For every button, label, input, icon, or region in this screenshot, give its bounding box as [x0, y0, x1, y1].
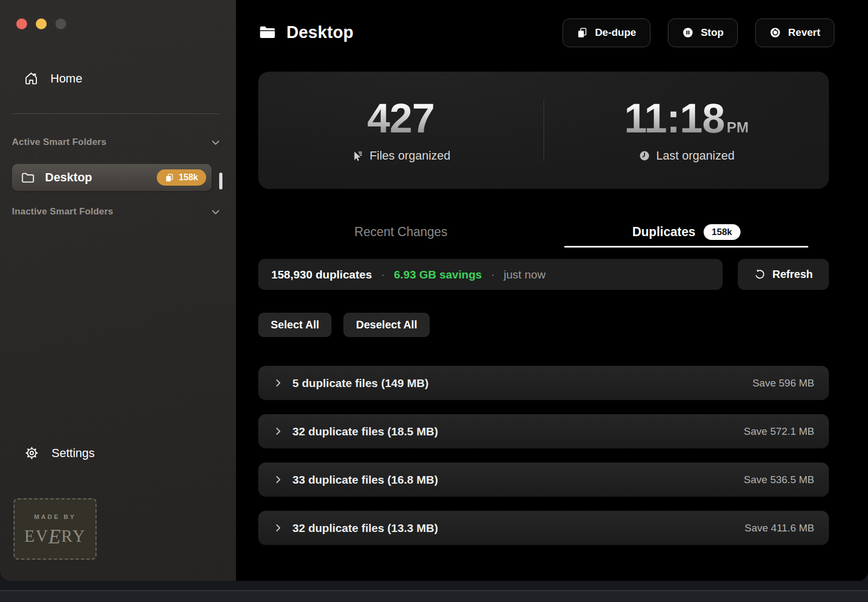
sidebar-item-settings[interactable]: Settings — [24, 445, 95, 461]
gear-icon — [24, 445, 40, 461]
stamp-brand-text: EVERY — [24, 525, 86, 545]
duplicates-count: 158,930 duplicates — [271, 268, 372, 281]
duplicate-group-row[interactable]: 32 duplicate files (13.3 MB) Save 411.6 … — [258, 511, 829, 545]
dedupe-button[interactable]: De-dupe — [563, 18, 650, 47]
summary-row: 158,930 duplicates · 6.93 GB savings · j… — [258, 259, 829, 290]
stop-button[interactable]: Stop — [668, 18, 738, 47]
page-title-group: Desktop — [258, 23, 354, 42]
refresh-button-label: Refresh — [773, 268, 813, 281]
zoom-window-button[interactable] — [55, 18, 66, 29]
last-organized-meridiem: PM — [727, 121, 749, 135]
sidebar: Home Active Smart Folders Desktop — [0, 0, 236, 581]
dot-separator: · — [491, 269, 494, 281]
cursor-icon — [351, 150, 363, 162]
duplicates-tab-badge: 158k — [704, 224, 741, 240]
minimize-window-button[interactable] — [36, 18, 47, 29]
duplicate-count-badge: 158k — [157, 169, 206, 186]
stats-card: 427 Files organized 11:18PM — [258, 72, 829, 189]
chevron-right-icon — [273, 378, 283, 388]
settings-label: Settings — [52, 446, 95, 460]
refresh-icon — [754, 269, 765, 280]
home-icon — [24, 71, 39, 86]
tab-bar: Recent Changes Duplicates 158k — [258, 216, 829, 248]
made-by-every-stamp: MADE BY EVERY — [14, 498, 97, 560]
close-window-button[interactable] — [16, 18, 27, 29]
tab-label: Recent Changes — [354, 225, 447, 239]
chevron-right-icon — [273, 426, 283, 436]
folder-icon — [258, 24, 277, 41]
revert-circle-icon — [769, 27, 781, 39]
files-organized-stat: 427 Files organized — [258, 72, 544, 189]
app-window: Home Active Smart Folders Desktop — [0, 0, 868, 581]
folder-label: Desktop — [45, 170, 92, 185]
duplicate-groups-list: 5 duplicate files (149 MB) Save 596 MB 3… — [258, 366, 829, 545]
group-save-amount: Save 536.5 MB — [744, 474, 814, 486]
files-organized-label: Files organized — [369, 149, 450, 163]
clock-icon — [639, 150, 650, 162]
home-label: Home — [50, 72, 82, 86]
folder-icon — [21, 170, 35, 185]
group-label: 5 duplicate files (149 MB) — [292, 377, 429, 390]
group-label: 32 duplicate files (18.5 MB) — [292, 425, 438, 438]
duplicate-group-row[interactable]: 33 duplicate files (16.8 MB) Save 536.5 … — [258, 462, 829, 497]
deselect-all-button[interactable]: Deselect All — [343, 313, 430, 337]
dedupe-button-label: De-dupe — [595, 27, 636, 39]
group-label: 33 duplicate files (16.8 MB) — [292, 473, 438, 486]
stamp-made-by-text: MADE BY — [34, 514, 76, 520]
tab-duplicates[interactable]: Duplicates 158k — [544, 216, 829, 248]
duplicates-summary-bar: 158,930 duplicates · 6.93 GB savings · j… — [258, 259, 723, 290]
dot-separator: · — [381, 269, 385, 281]
main-header: Desktop De-dupe — [258, 17, 834, 48]
revert-button[interactable]: Revert — [755, 18, 834, 47]
stamp-brand-script-e: E — [48, 525, 62, 548]
last-organized-time: 11:18 — [624, 98, 724, 139]
section-label: Inactive Smart Folders — [12, 206, 113, 217]
chevron-down-icon — [210, 137, 221, 148]
header-actions: De-dupe Stop — [563, 18, 834, 47]
last-organized-stat: 11:18PM Last organized — [544, 72, 829, 189]
stop-button-label: Stop — [701, 27, 724, 39]
savings-amount: 6.93 GB savings — [394, 268, 482, 281]
duplicate-group-row[interactable]: 32 duplicate files (18.5 MB) Save 572.1 … — [258, 414, 829, 448]
background-window — [0, 591, 868, 602]
main-content: Desktop De-dupe — [236, 0, 868, 581]
stamp-brand-pre: EV — [24, 527, 49, 546]
files-organized-label-row: Files organized — [351, 149, 450, 163]
revert-button-label: Revert — [788, 27, 820, 39]
page-title: Desktop — [286, 23, 354, 42]
active-tab-underline — [564, 246, 808, 248]
section-inactive-smart-folders[interactable]: Inactive Smart Folders — [12, 206, 221, 217]
group-save-amount: Save 596 MB — [752, 377, 814, 389]
sidebar-divider — [12, 113, 220, 114]
group-save-amount: Save 411.6 MB — [744, 522, 814, 534]
deselect-all-label: Deselect All — [356, 319, 417, 331]
select-all-label: Select All — [271, 319, 319, 331]
last-updated-text: just now — [504, 268, 546, 281]
group-label: 32 duplicate files (13.3 MB) — [292, 522, 438, 535]
duplicate-group-row[interactable]: 5 duplicate files (149 MB) Save 596 MB — [258, 366, 829, 400]
last-organized-label: Last organized — [656, 149, 735, 163]
sidebar-item-home[interactable]: Home — [24, 71, 82, 86]
duplicate-files-icon — [577, 27, 588, 39]
group-save-amount: Save 572.1 MB — [744, 426, 814, 438]
tab-label: Duplicates — [632, 225, 695, 239]
sidebar-item-desktop[interactable]: Desktop 158k — [12, 164, 212, 191]
section-label: Active Smart Folders — [12, 137, 106, 148]
last-organized-value: 11:18PM — [624, 98, 749, 139]
chevron-down-icon — [210, 207, 221, 217]
files-organized-value: 427 — [367, 98, 435, 139]
sidebar-scrollbar[interactable] — [219, 173, 222, 189]
section-active-smart-folders[interactable]: Active Smart Folders — [12, 137, 221, 148]
duplicate-files-icon — [165, 173, 174, 182]
last-organized-label-row: Last organized — [639, 149, 735, 163]
select-all-button[interactable]: Select All — [258, 313, 331, 337]
chevron-right-icon — [273, 474, 283, 485]
window-controls — [16, 18, 66, 29]
chevron-right-icon — [273, 523, 283, 533]
badge-count: 158k — [178, 173, 198, 182]
stamp-brand-post: RY — [61, 527, 86, 546]
pause-circle-icon — [682, 27, 694, 39]
tab-recent-changes[interactable]: Recent Changes — [258, 216, 544, 248]
bulk-actions: Select All Deselect All — [258, 313, 430, 337]
refresh-button[interactable]: Refresh — [738, 259, 829, 290]
